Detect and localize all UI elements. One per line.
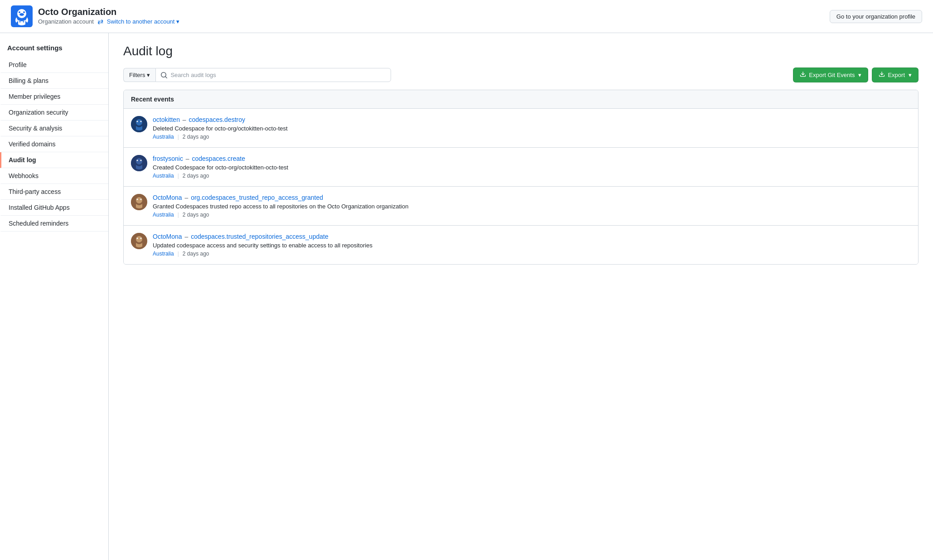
user-avatar-icon <box>131 194 147 210</box>
event-user-link[interactable]: frostysonic <box>153 155 183 162</box>
export-button[interactable]: Export ▾ <box>872 68 918 82</box>
event-meta: Australia | 2 days ago <box>153 251 911 257</box>
toolbar-right: Export Git Events ▾ Export ▾ <box>793 68 918 82</box>
svg-point-7 <box>136 119 142 126</box>
event-description: Created Codespace for octo-org/octokitte… <box>153 164 911 171</box>
event-meta: Australia | 2 days ago <box>153 173 911 179</box>
sidebar-item-org-security[interactable]: Organization security <box>0 105 108 121</box>
sidebar-heading: Account settings <box>0 40 108 57</box>
download-icon <box>879 71 885 79</box>
filters-button[interactable]: Filters ▾ <box>123 68 155 82</box>
svg-point-2 <box>23 11 25 13</box>
download-icon <box>800 71 806 79</box>
svg-point-21 <box>140 238 142 239</box>
sidebar-item-third-party[interactable]: Third-party access <box>0 184 108 200</box>
sidebar-item-profile[interactable]: Profile <box>0 57 108 73</box>
events-header: Recent events <box>124 90 918 109</box>
svg-point-12 <box>137 160 138 161</box>
export-git-events-button[interactable]: Export Git Events ▾ <box>793 68 868 82</box>
main-layout: Account settings Profile Billing & plans… <box>0 33 933 560</box>
svg-point-19 <box>136 236 142 242</box>
event-action-link[interactable]: codespaces.create <box>192 155 246 162</box>
svg-point-3 <box>19 13 24 16</box>
octocat-icon <box>13 7 31 25</box>
org-name: Octo Organization <box>38 7 179 17</box>
event-action-link[interactable]: codespaces.destroy <box>189 116 246 123</box>
user-avatar-icon <box>131 155 147 171</box>
table-row: OctoMona – org.codespaces_trusted_repo_a… <box>124 187 918 226</box>
avatar <box>131 194 147 210</box>
event-time: 2 days ago <box>183 251 209 257</box>
event-title: frostysonic – codespaces.create <box>153 155 911 162</box>
toolbar: Filters ▾ <box>123 68 918 82</box>
event-description: Granted Codespaces trusted repo access t… <box>153 203 911 210</box>
event-time: 2 days ago <box>183 212 209 218</box>
event-content: octokitten – codespaces.destroy Deleted … <box>153 116 911 140</box>
event-location-link[interactable]: Australia <box>153 173 174 179</box>
sidebar: Account settings Profile Billing & plans… <box>0 33 109 560</box>
event-action-link[interactable]: org.codespaces_trusted_repo_access_grant… <box>191 194 323 201</box>
org-type: Organization account <box>38 18 94 25</box>
event-description: Deleted Codespace for octo-org/octokitte… <box>153 125 911 132</box>
org-meta: Organization account ⇄ Switch to another… <box>38 17 179 26</box>
sidebar-item-billing[interactable]: Billing & plans <box>0 73 108 89</box>
event-time: 2 days ago <box>183 173 209 179</box>
event-meta: Australia | 2 days ago <box>153 134 911 140</box>
chevron-down-icon: ▾ <box>858 72 861 78</box>
sidebar-item-github-apps[interactable]: Installed GitHub Apps <box>0 200 108 216</box>
sidebar-item-scheduled-reminders[interactable]: Scheduled reminders <box>0 216 108 232</box>
header-left: Octo Organization Organization account ⇄… <box>11 5 179 27</box>
event-content: OctoMona – codespaces.trusted_repositori… <box>153 233 911 257</box>
event-content: frostysonic – codespaces.create Created … <box>153 155 911 179</box>
svg-point-9 <box>140 121 142 122</box>
avatar <box>131 155 147 171</box>
page-header: Octo Organization Organization account ⇄… <box>0 0 933 33</box>
svg-point-16 <box>137 199 138 200</box>
event-location-link[interactable]: Australia <box>153 251 174 257</box>
svg-point-11 <box>136 158 142 164</box>
event-description: Updated codespace access and security se… <box>153 242 911 249</box>
event-action-link[interactable]: codespaces.trusted_repositories_access_u… <box>191 233 329 240</box>
chevron-down-icon: ▾ <box>176 18 179 25</box>
chevron-down-icon: ▾ <box>909 72 912 78</box>
org-profile-button[interactable]: Go to your organization profile <box>830 10 922 23</box>
svg-point-1 <box>19 11 20 13</box>
event-title: OctoMona – org.codespaces_trusted_repo_a… <box>153 194 911 201</box>
user-avatar-icon <box>131 233 147 249</box>
svg-point-20 <box>137 238 138 239</box>
event-location-link[interactable]: Australia <box>153 212 174 218</box>
event-user-link[interactable]: octokitten <box>153 116 180 123</box>
event-content: OctoMona – org.codespaces_trusted_repo_a… <box>153 194 911 218</box>
chevron-down-icon: ▾ <box>147 72 150 78</box>
svg-point-8 <box>137 121 138 122</box>
switch-icon: ⇄ <box>97 17 103 26</box>
event-location-link[interactable]: Australia <box>153 134 174 140</box>
header-right: Go to your organization profile <box>830 10 922 23</box>
event-user-link[interactable]: OctoMona <box>153 233 182 240</box>
avatar <box>131 233 147 249</box>
toolbar-left: Filters ▾ <box>123 68 391 82</box>
search-input[interactable] <box>170 68 386 82</box>
event-meta: Australia | 2 days ago <box>153 212 911 218</box>
sidebar-item-webhooks[interactable]: Webhooks <box>0 168 108 184</box>
event-title: octokitten – codespaces.destroy <box>153 116 911 123</box>
svg-point-4 <box>19 21 21 23</box>
search-icon <box>160 72 168 79</box>
event-user-link[interactable]: OctoMona <box>153 194 182 201</box>
events-panel: Recent events octokitten – <box>123 90 918 265</box>
svg-point-5 <box>23 21 24 23</box>
event-title: OctoMona – codespaces.trusted_repositori… <box>153 233 911 240</box>
search-container <box>155 68 391 82</box>
sidebar-item-audit-log[interactable]: Audit log <box>0 152 108 168</box>
svg-point-17 <box>140 199 142 200</box>
sidebar-item-member-privileges[interactable]: Member privileges <box>0 89 108 105</box>
sidebar-item-security-analysis[interactable]: Security & analysis <box>0 121 108 136</box>
svg-point-15 <box>136 197 142 203</box>
sidebar-item-verified-domains[interactable]: Verified domains <box>0 136 108 152</box>
switch-account-link[interactable]: Switch to another account ▾ <box>107 18 180 25</box>
table-row: octokitten – codespaces.destroy Deleted … <box>124 109 918 148</box>
table-row: frostysonic – codespaces.create Created … <box>124 148 918 187</box>
event-time: 2 days ago <box>183 134 209 140</box>
org-info: Octo Organization Organization account ⇄… <box>38 7 179 26</box>
user-avatar-icon <box>131 116 147 132</box>
